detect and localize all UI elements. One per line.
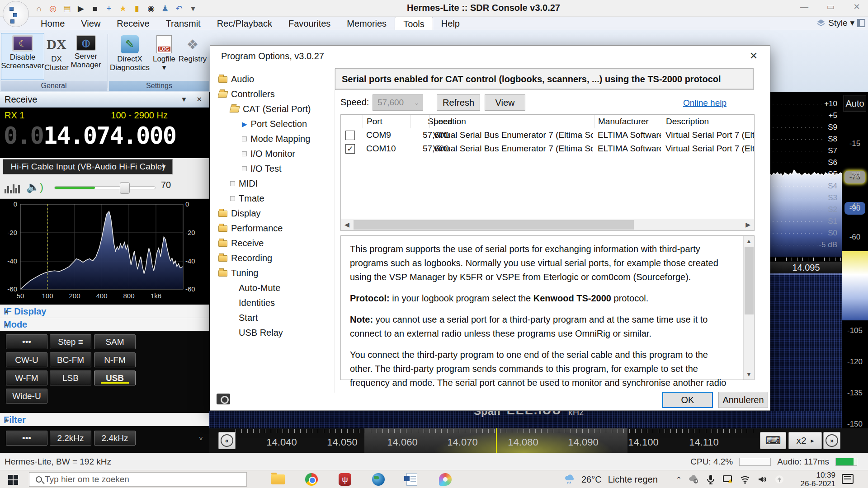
minimize-button[interactable]: — xyxy=(797,1,811,13)
earth-browser-icon[interactable] xyxy=(372,473,385,486)
tree-item-mode-mapping[interactable]: Mode Mapping xyxy=(242,131,310,146)
close-button[interactable]: ✕ xyxy=(850,1,863,13)
tree-item-i-o-monitor[interactable]: I/O Monitor xyxy=(242,146,295,161)
speaker-icon[interactable]: 🔈) xyxy=(26,181,43,193)
lock-icon[interactable]: ▮ xyxy=(132,3,142,14)
tree-item-usb-relay[interactable]: USB Relay xyxy=(230,325,283,340)
equalizer-icon[interactable] xyxy=(5,182,20,193)
camera-icon[interactable]: ◉ xyxy=(146,3,156,14)
smeter-panel[interactable]: +10+5S9S8S7S6S5S4S3S2S1S0-5 dB 14.095 xyxy=(769,92,842,273)
serial-port-table[interactable]: PortSpeedLocationManufacturerDescription… xyxy=(340,114,755,231)
tree-item-display[interactable]: Display xyxy=(218,206,261,221)
scroll-down-arrow[interactable]: ▼ xyxy=(746,371,752,378)
tree-item-receive[interactable]: Receive xyxy=(218,236,264,251)
tree-item-controllers[interactable]: Controllers xyxy=(218,87,275,102)
play-icon[interactable]: ▶ xyxy=(75,3,86,14)
sdr-radio-app-icon[interactable]: ψ xyxy=(338,473,352,486)
vertical-scrollbar[interactable]: ▲ ▼ xyxy=(743,236,754,380)
undo-icon[interactable]: ↶ xyxy=(174,3,184,14)
chevron-up-icon[interactable]: ▲ xyxy=(4,416,205,423)
style-control[interactable]: Style ▾ xyxy=(816,18,854,28)
logfile-button[interactable]: Logfile▾ xyxy=(151,33,178,80)
tree-item-identities[interactable]: Identities xyxy=(230,296,275,310)
wifi-icon[interactable] xyxy=(740,474,750,485)
dx-cluster-button[interactable]: DXDXCluster xyxy=(44,33,69,80)
layout-panel-icon[interactable] xyxy=(857,19,865,27)
auto-gain-button[interactable]: Auto xyxy=(844,95,866,112)
mode-button-step[interactable]: Step ≡ xyxy=(50,334,91,349)
scroll-up-arrow[interactable]: ▲ xyxy=(746,238,752,244)
disable-screensaver-button[interactable]: ☾DisableScreensaver xyxy=(1,33,44,80)
notification-center-icon[interactable] xyxy=(842,474,854,484)
speed-select[interactable]: 57,600 ⌄ xyxy=(373,94,423,111)
mode-button-wideu[interactable]: Wide-U xyxy=(6,389,47,404)
home-icon[interactable]: ⌂ xyxy=(33,3,44,14)
frequency-readout[interactable]: 0.014.074.000 xyxy=(4,122,176,149)
menu-item-home[interactable]: Home xyxy=(33,17,73,30)
scroll-left-button[interactable]: « xyxy=(218,432,236,449)
tree-item-performance[interactable]: Performance xyxy=(218,221,283,236)
mode-button-usb[interactable]: USB xyxy=(94,371,136,385)
tray-chevron-up-icon[interactable]: ⌃ xyxy=(676,475,682,484)
add-icon[interactable]: + xyxy=(104,3,114,14)
section-mode[interactable]: Mode ▲ xyxy=(0,318,209,331)
horizontal-scrollbar[interactable]: ◀ ▶ xyxy=(341,219,754,230)
stop-icon[interactable]: ■ xyxy=(90,3,100,14)
mode-button-bcfm[interactable]: BC-FM xyxy=(50,352,91,367)
tree-item-recording[interactable]: Recording xyxy=(218,251,272,266)
keyboard-entry-button[interactable]: ⌨ xyxy=(760,432,786,449)
mode-button-[interactable]: ••• xyxy=(6,334,47,349)
screenshot-camera-icon[interactable] xyxy=(217,394,230,404)
more-icon[interactable]: ▾ xyxy=(188,3,198,14)
onedrive-paused-icon[interactable] xyxy=(688,474,699,485)
mode-button-nfm[interactable]: N-FM xyxy=(94,352,136,367)
refresh-button[interactable]: Refresh xyxy=(437,94,480,111)
online-help-link[interactable]: Online help xyxy=(683,98,726,108)
table-row[interactable]: ✓COM1057,600Virtual Serial Bus Enumerato… xyxy=(341,142,754,156)
display-warning-icon[interactable]: ! xyxy=(722,474,733,485)
weather-temp[interactable]: 26°C xyxy=(581,474,602,485)
favourite-icon[interactable]: ★ xyxy=(118,3,128,14)
mode-button-sam[interactable]: SAM xyxy=(94,334,136,349)
filter-button-22khz[interactable]: 2.2kHz xyxy=(50,431,91,446)
column-header-manufacturer[interactable]: Manufacturer xyxy=(594,115,662,128)
table-row[interactable]: COM957,600Virtual Serial Bus Enumerator … xyxy=(341,129,754,142)
zoom-x2-button[interactable]: x2▸ xyxy=(788,432,822,449)
tree-item-cat-serial-port-[interactable]: CAT (Serial Port) xyxy=(230,102,311,117)
weather-rain-icon[interactable] xyxy=(564,474,575,485)
registry-button[interactable]: ❖Registry xyxy=(178,33,208,80)
right-waterfall[interactable] xyxy=(769,273,842,428)
user-icon[interactable]: ♟ xyxy=(160,3,170,14)
menu-item-favourites[interactable]: Favourites xyxy=(280,17,339,30)
cancel-button[interactable]: Annuleren xyxy=(718,392,768,408)
column-header-port[interactable]: Port xyxy=(363,115,410,128)
search-input[interactable]: Typ hier om te zoeken xyxy=(29,472,247,487)
weather-desc[interactable]: Lichte regen xyxy=(608,474,658,485)
db-range-highlight[interactable] xyxy=(842,251,868,320)
word-document-icon[interactable] xyxy=(405,473,419,486)
view-button[interactable]: View xyxy=(485,94,525,111)
menu-item-memories[interactable]: Memories xyxy=(339,17,395,30)
directx-diagnostics-button[interactable]: ✎DirectXDiagnostics xyxy=(109,33,151,80)
ok-button[interactable]: OK xyxy=(662,392,713,408)
filter-button-[interactable]: ••• xyxy=(6,431,47,446)
menu-item-view[interactable]: View xyxy=(73,17,108,30)
mode-button-wfm[interactable]: W-FM xyxy=(6,371,47,385)
tree-item-tmate[interactable]: Tmate xyxy=(230,191,264,206)
scroll-left-arrow[interactable]: ◀ xyxy=(344,221,349,228)
open-folder-icon[interactable]: ▤ xyxy=(61,3,72,14)
mode-button-lsb[interactable]: LSB xyxy=(50,371,91,385)
tree-item-port-selection[interactable]: ▶Port Selection xyxy=(242,117,307,131)
section-if-display[interactable]: IF Display ▲ xyxy=(0,305,209,318)
dialog-close-icon[interactable]: ✕ xyxy=(745,49,762,63)
maximize-button[interactable]: ▭ xyxy=(824,1,837,13)
chevron-up-icon[interactable]: ▲ xyxy=(4,321,205,328)
help-icon[interactable]: ◎ xyxy=(47,3,58,14)
menu-item-receive[interactable]: Receive xyxy=(108,17,157,30)
scrollbar-thumb[interactable] xyxy=(745,247,754,314)
db-scale[interactable]: Auto -75 -90 -15-30-45-60-105-120-135-15… xyxy=(842,92,868,428)
scroll-right-arrow[interactable]: ▶ xyxy=(745,221,750,228)
tree-item-auto-mute[interactable]: Auto-Mute xyxy=(230,281,280,296)
menu-item-tools[interactable]: Tools xyxy=(395,17,433,30)
frequency-ruler[interactable]: 14.04014.05014.06014.07014.08014.09014.1… xyxy=(209,428,868,453)
